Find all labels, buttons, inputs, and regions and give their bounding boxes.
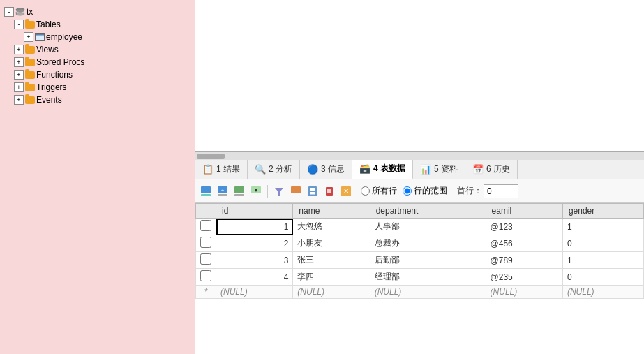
main-panel: 📋 1 结果 🔍 2 分析 🔵 3 信息 🗃️ 4 表数据 📊 5 资料 📅 6… <box>195 0 644 354</box>
triggers-label: Triggers <box>36 82 67 92</box>
tab-tabledata[interactable]: 🗃️ 4 表数据 <box>352 160 413 179</box>
null-row: * (NULL) (NULL) (NULL) (NULL) (NULL) <box>196 286 644 299</box>
tab-analysis-icon: 🔍 <box>255 164 266 175</box>
radio-all-label: 所有行 <box>372 185 397 197</box>
tb-btn-1[interactable] <box>198 184 214 199</box>
row4-department[interactable]: 经理部 <box>370 269 486 286</box>
row3-eamil[interactable]: @789 <box>486 252 562 269</box>
events-label: Events <box>36 95 62 105</box>
tb-btn-4[interactable]: ▼ <box>248 184 264 199</box>
expand-triggers-btn[interactable]: + <box>14 82 24 92</box>
row3-checkbox[interactable] <box>200 253 211 265</box>
tb-btn-2[interactable]: + <box>215 184 230 199</box>
row4-gender[interactable]: 0 <box>562 269 643 286</box>
radio-range-input[interactable] <box>403 186 412 196</box>
row2-name[interactable]: 小朋友 <box>293 235 370 252</box>
table-employee-icon <box>35 32 45 42</box>
row2-eamil[interactable]: @456 <box>486 235 562 252</box>
row4-eamil[interactable]: @235 <box>486 269 562 286</box>
svg-rect-18 <box>326 187 333 196</box>
table-row: 3 张三 后勤部 @789 1 <box>196 252 644 269</box>
expand-views-btn[interactable]: + <box>14 45 24 54</box>
radio-all-input[interactable] <box>361 186 370 196</box>
null-row-id[interactable]: (NULL) <box>216 286 293 299</box>
row1-department[interactable]: 人事部 <box>370 219 486 235</box>
row1-gender[interactable]: 1 <box>562 219 643 235</box>
row1-eamil[interactable]: @123 <box>486 219 562 235</box>
tb-btn-save[interactable] <box>305 184 320 199</box>
row2-id[interactable]: 2 <box>216 235 293 252</box>
svg-rect-17 <box>310 193 315 195</box>
row2-department[interactable]: 总裁办 <box>370 235 486 252</box>
null-row-name[interactable]: (NULL) <box>293 286 370 299</box>
row3-name[interactable]: 张三 <box>293 252 370 269</box>
employee-label: employee <box>46 32 82 42</box>
tab-history[interactable]: 📅 6 历史 <box>465 160 518 179</box>
row3-id[interactable]: 3 <box>216 252 293 269</box>
svg-rect-15 <box>310 188 315 191</box>
h-scrollbar-thumb[interactable] <box>197 154 225 159</box>
expand-employee-btn[interactable]: + <box>24 32 33 42</box>
tb-btn-3[interactable] <box>232 184 247 199</box>
tb-separator-1 <box>267 185 268 198</box>
col-id: id <box>216 204 293 219</box>
row3-gender[interactable]: 1 <box>562 252 643 269</box>
query-area[interactable] <box>195 0 644 152</box>
tb-btn-filter[interactable] <box>271 184 287 199</box>
row1-id[interactable]: 1 <box>216 219 293 235</box>
tab-result[interactable]: 📋 1 结果 <box>195 160 248 179</box>
expand-functions-btn[interactable]: + <box>14 70 24 80</box>
row2-checkbox[interactable] <box>200 237 211 248</box>
svg-rect-13 <box>291 186 301 193</box>
row4-checkbox[interactable] <box>200 270 211 281</box>
svg-rect-9 <box>234 194 244 196</box>
null-row-eamil[interactable]: (NULL) <box>486 286 562 299</box>
first-row-input[interactable] <box>484 184 518 198</box>
tab-analysis[interactable]: 🔍 2 分析 <box>248 160 300 179</box>
tab-analysis-label: 2 分析 <box>269 163 292 175</box>
tb-btn-5[interactable] <box>288 184 304 199</box>
null-row-star: * <box>196 286 216 299</box>
sidebar-item-events[interactable]: + Events <box>0 94 195 106</box>
sidebar-item-views[interactable]: + Views <box>0 43 195 56</box>
row4-name[interactable]: 李四 <box>293 269 370 286</box>
db-item[interactable]: - tx <box>0 6 195 18</box>
null-row-gender[interactable]: (NULL) <box>562 286 643 299</box>
tb-btn-delete[interactable] <box>322 184 337 199</box>
table-row: 4 李四 经理部 @235 0 <box>196 269 644 286</box>
radio-range-rows[interactable]: 行的范围 <box>403 185 447 197</box>
sidebar-item-triggers[interactable]: + Triggers <box>0 81 195 94</box>
data-table-container[interactable]: id name department eamil gender 1 大忽悠 人事… <box>195 203 644 354</box>
first-row-label: 首行： <box>457 185 482 197</box>
null-row-department[interactable]: (NULL) <box>370 286 486 299</box>
row3-department[interactable]: 后勤部 <box>370 252 486 269</box>
radio-all-rows[interactable]: 所有行 <box>361 185 397 197</box>
svg-text:+: + <box>221 187 225 193</box>
toolbar-row: + ▼ ✕ 所有行 <box>195 179 644 203</box>
svg-marker-12 <box>275 188 283 196</box>
expand-db-btn[interactable]: - <box>4 7 14 17</box>
tab-resource[interactable]: 📊 5 资料 <box>413 160 465 179</box>
tab-info[interactable]: 🔵 3 信息 <box>300 160 352 179</box>
tabs-row: 📋 1 结果 🔍 2 分析 🔵 3 信息 🗃️ 4 表数据 📊 5 资料 📅 6… <box>195 160 644 179</box>
row1-checkbox[interactable] <box>200 220 211 231</box>
sidebar-item-functions[interactable]: + Functions <box>0 68 195 81</box>
tables-label: Tables <box>36 20 61 29</box>
h-scrollbar[interactable] <box>195 152 644 160</box>
expand-tables-btn[interactable]: - <box>14 20 24 29</box>
row3-checkbox-cell <box>196 252 216 269</box>
db-icon <box>15 7 25 17</box>
row2-gender[interactable]: 0 <box>562 235 643 252</box>
expand-procs-btn[interactable]: + <box>14 57 24 67</box>
tab-history-label: 6 历史 <box>486 163 510 175</box>
sidebar-item-stored-procs[interactable]: + Stored Procs <box>0 56 195 68</box>
row1-checkbox-cell <box>196 219 216 235</box>
sidebar-item-tables[interactable]: - Tables <box>0 18 195 31</box>
expand-events-btn[interactable]: + <box>14 95 24 105</box>
tb-btn-undo[interactable]: ✕ <box>338 184 354 199</box>
sidebar-item-employee[interactable]: + employee <box>0 31 195 43</box>
tab-tabledata-label: 4 表数据 <box>373 163 405 175</box>
row4-id[interactable]: 4 <box>216 269 293 286</box>
row1-name[interactable]: 大忽悠 <box>293 219 370 235</box>
svg-rect-3 <box>201 186 211 193</box>
